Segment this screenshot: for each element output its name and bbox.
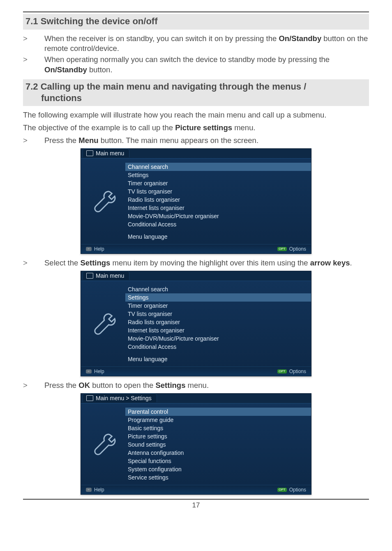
on-standby-label: On/Standby: [44, 65, 87, 74]
menu-label: Menu: [78, 136, 98, 145]
osd-body: Channel search Settings Timer organiser …: [81, 158, 311, 244]
wrench-icon: [90, 311, 116, 337]
menu-item-movie-dvr[interactable]: Movie-DVR/Music/Picture organiser: [125, 334, 311, 343]
list-marker: >: [23, 55, 44, 75]
menu-item-conditional-access[interactable]: Conditional Access: [125, 220, 311, 228]
step-1: > Press the Menu button. The main menu a…: [23, 136, 369, 146]
menu-item-settings[interactable]: Settings: [125, 171, 311, 179]
footer-help[interactable]: ← Help: [86, 369, 104, 374]
step-3-text: Press the OK button to open the Settings…: [44, 380, 369, 391]
menu-item-timer[interactable]: Timer organiser: [125, 179, 311, 187]
settings-item-special[interactable]: Special functions: [125, 457, 311, 465]
wrench-icon: [90, 431, 116, 457]
bullet-71-1-text: When the receiver is on standby, you can…: [44, 34, 369, 54]
osd-body: Channel search Settings Timer organiser …: [81, 281, 311, 367]
bullet-71-2: > When operating normally you can switch…: [23, 55, 369, 75]
step-3: > Press the OK button to open the Settin…: [23, 380, 369, 391]
menu-item-tv-lists[interactable]: TV lists organiser: [125, 310, 311, 318]
settings-label: Settings: [80, 258, 110, 267]
osd-footer: ← Help OPT Options: [81, 485, 311, 494]
menu-item-internet-lists[interactable]: Internet lists organiser: [125, 204, 311, 212]
list-marker: >: [23, 136, 44, 146]
settings-item-sound[interactable]: Sound settings: [125, 440, 311, 449]
osd-title-tab: Main menu > Settings: [83, 393, 157, 402]
footer-help[interactable]: ← Help: [86, 246, 104, 252]
footer-options[interactable]: OPT Options: [277, 369, 306, 374]
text: When the receiver is on standby, you can…: [44, 34, 279, 43]
osd-title-tab: Main menu: [83, 271, 129, 280]
back-pill: ←: [86, 488, 92, 492]
text: menu item by moving the highlight over t…: [110, 258, 310, 267]
settings-item-parental[interactable]: Parental control: [125, 408, 311, 416]
help-label: Help: [94, 246, 104, 252]
osd-body: Parental control Programme guide Basic s…: [81, 403, 311, 485]
osd-settings-list: Parental control Programme guide Basic s…: [125, 408, 311, 482]
menu-item-movie-dvr[interactable]: Movie-DVR/Music/Picture organiser: [125, 212, 311, 220]
footer-options[interactable]: OPT Options: [277, 246, 306, 252]
settings-item-basic[interactable]: Basic settings: [125, 424, 311, 432]
intro-line2: The objective of the example is to call …: [23, 123, 369, 133]
tv-icon: [86, 395, 93, 401]
osd-menu-list: Channel search Settings Timer organiser …: [125, 285, 311, 363]
menu-item-settings[interactable]: Settings: [125, 293, 311, 302]
arrow-keys-label: arrow keys: [310, 258, 350, 267]
menu-item-tv-lists[interactable]: TV lists organiser: [125, 187, 311, 196]
menu-item-language[interactable]: Menu language: [125, 355, 311, 363]
section-72-title-line2: functions: [25, 92, 367, 104]
settings-item-programme-guide[interactable]: Programme guide: [125, 416, 311, 424]
section-72-heading: 7.2 Calling up the main menu and navigat…: [23, 79, 369, 106]
section-71-title: 7.1 Switching the device on/off: [25, 16, 367, 27]
menu-spacer: [125, 351, 311, 355]
footer-help[interactable]: ← Help: [86, 487, 104, 493]
section-71-heading: 7.1 Switching the device on/off: [23, 14, 369, 30]
menu-item-channel-search[interactable]: Channel search: [125, 163, 311, 171]
osd-main-menu-2: Main menu Channel search Settings Timer …: [81, 271, 311, 376]
opt-pill: OPT: [277, 488, 286, 492]
text: Press the: [44, 136, 78, 145]
rule-top: [23, 12, 369, 12]
list-marker: >: [23, 34, 44, 54]
menu-item-radio-lists[interactable]: Radio lists organiser: [125, 318, 311, 326]
text: menu.: [232, 123, 256, 132]
osd-title: Main menu: [96, 272, 124, 279]
settings-label: Settings: [155, 381, 185, 390]
osd-main-menu-1: Main menu Channel search Settings Timer …: [81, 148, 311, 254]
menu-item-radio-lists[interactable]: Radio lists organiser: [125, 196, 311, 204]
menu-item-internet-lists[interactable]: Internet lists organiser: [125, 326, 311, 334]
footer-options[interactable]: OPT Options: [277, 487, 306, 493]
back-pill: ←: [86, 247, 92, 251]
settings-item-system-config[interactable]: System configuration: [125, 465, 311, 473]
osd-icon-panel: [81, 281, 125, 367]
text: Select the: [44, 258, 80, 267]
osd-title: Main menu > Settings: [96, 395, 152, 401]
menu-item-timer[interactable]: Timer organiser: [125, 302, 311, 310]
osd-icon-panel: [81, 403, 125, 485]
osd-menu-list: Channel search Settings Timer organiser …: [125, 163, 311, 241]
rule-bottom: [23, 499, 369, 500]
settings-item-picture[interactable]: Picture settings: [125, 432, 311, 440]
osd-title: Main menu: [96, 150, 124, 157]
bullet-71-1: > When the receiver is on standby, you c…: [23, 34, 369, 54]
step-2-text: Select the Settings menu item by moving …: [44, 258, 369, 268]
tv-icon: [86, 273, 93, 279]
help-label: Help: [94, 487, 104, 493]
menu-item-conditional-access[interactable]: Conditional Access: [125, 343, 311, 351]
back-pill: ←: [86, 369, 92, 373]
menu-item-language[interactable]: Menu language: [125, 233, 311, 241]
osd-icon-panel: [81, 159, 125, 244]
menu-item-channel-search[interactable]: Channel search: [125, 285, 311, 293]
screenshot-3: Main menu > Settings Parental control Pr…: [23, 393, 369, 495]
picture-settings-label: Picture settings: [175, 123, 232, 132]
settings-item-antenna[interactable]: Antenna configuration: [125, 449, 311, 457]
options-label: Options: [289, 246, 306, 252]
text: The objective of the example is to call …: [23, 123, 175, 132]
document-page: 7.1 Switching the device on/off > When t…: [0, 0, 392, 515]
tv-icon: [86, 150, 93, 156]
settings-item-service[interactable]: Service settings: [125, 473, 311, 482]
list-marker: >: [23, 380, 44, 391]
screenshot-1: Main menu Channel search Settings Timer …: [23, 148, 369, 254]
wrench-icon: [90, 188, 116, 214]
text: Press the: [44, 381, 78, 390]
text: .: [350, 258, 352, 267]
help-label: Help: [94, 369, 104, 374]
